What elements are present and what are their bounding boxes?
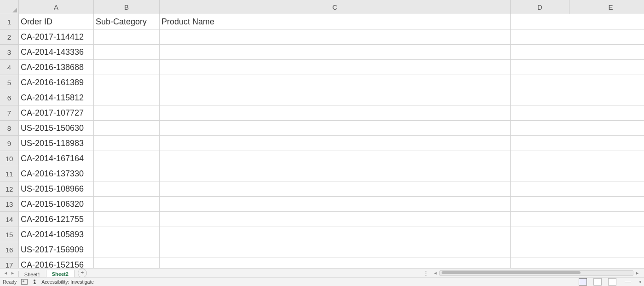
- cell-B2[interactable]: [94, 29, 160, 45]
- cell-A12[interactable]: US-2015-108966: [19, 181, 94, 197]
- scroll-thumb[interactable]: [442, 271, 581, 274]
- tab-prev-icon[interactable]: ◄: [4, 271, 8, 275]
- row-header-12[interactable]: 12: [0, 181, 19, 197]
- row-header-3[interactable]: 3: [0, 45, 19, 60]
- cell-D3[interactable]: [511, 45, 569, 60]
- spreadsheet-grid[interactable]: ABCDE1Order IDSub-CategoryProduct Name2C…: [0, 0, 644, 268]
- view-normal-button[interactable]: [579, 278, 587, 286]
- cell-A3[interactable]: CA-2014-143336: [19, 45, 94, 60]
- cell-B4[interactable]: [94, 60, 160, 75]
- row-header-2[interactable]: 2: [0, 29, 19, 45]
- cell-E5[interactable]: [569, 75, 644, 90]
- row-header-10[interactable]: 10: [0, 151, 19, 166]
- cell-D2[interactable]: [511, 29, 569, 45]
- cell-D15[interactable]: [511, 227, 569, 242]
- cell-A15[interactable]: CA-2014-105893: [19, 227, 94, 242]
- cell-D4[interactable]: [511, 60, 569, 75]
- cell-E1[interactable]: [569, 14, 644, 29]
- cell-D16[interactable]: [511, 242, 569, 257]
- row-header-15[interactable]: 15: [0, 227, 19, 242]
- cell-A16[interactable]: US-2017-156909: [19, 242, 94, 257]
- tab-next-icon[interactable]: ►: [11, 271, 15, 275]
- cell-E7[interactable]: [569, 105, 644, 121]
- cell-D9[interactable]: [511, 136, 569, 151]
- cell-C4[interactable]: [160, 60, 511, 75]
- cell-D5[interactable]: [511, 75, 569, 90]
- row-header-8[interactable]: 8: [0, 121, 19, 136]
- column-header-A[interactable]: A: [19, 0, 94, 14]
- cell-C16[interactable]: [160, 242, 511, 257]
- scroll-right-icon[interactable]: ►: [633, 271, 641, 275]
- cell-C9[interactable]: [160, 136, 511, 151]
- cell-D14[interactable]: [511, 212, 569, 227]
- cell-B3[interactable]: [94, 45, 160, 60]
- cell-A2[interactable]: CA-2017-114412: [19, 29, 94, 45]
- cell-B6[interactable]: [94, 90, 160, 105]
- row-header-13[interactable]: 13: [0, 197, 19, 212]
- cell-C13[interactable]: [160, 197, 511, 212]
- row-header-9[interactable]: 9: [0, 136, 19, 151]
- cell-B10[interactable]: [94, 151, 160, 166]
- cell-A9[interactable]: US-2015-118983: [19, 136, 94, 151]
- cell-D12[interactable]: [511, 181, 569, 197]
- zoom-out-icon[interactable]: [625, 282, 631, 282]
- scroll-left-icon[interactable]: ◄: [431, 271, 439, 275]
- row-header-6[interactable]: 6: [0, 90, 19, 105]
- row-header-1[interactable]: 1: [0, 14, 19, 29]
- row-header-7[interactable]: 7: [0, 105, 19, 121]
- cell-B9[interactable]: [94, 136, 160, 151]
- cell-B14[interactable]: [94, 212, 160, 227]
- cell-C2[interactable]: [160, 29, 511, 45]
- column-header-B[interactable]: B: [94, 0, 160, 14]
- zoom-slider[interactable]: [639, 281, 641, 283]
- cell-A6[interactable]: CA-2014-115812: [19, 90, 94, 105]
- sheet-tab-sheet2[interactable]: Sheet2: [46, 270, 75, 278]
- cell-E11[interactable]: [569, 166, 644, 181]
- cell-E13[interactable]: [569, 197, 644, 212]
- cell-E12[interactable]: [569, 181, 644, 197]
- cell-B7[interactable]: [94, 105, 160, 121]
- cell-D13[interactable]: [511, 197, 569, 212]
- row-header-14[interactable]: 14: [0, 212, 19, 227]
- cell-C1[interactable]: Product Name: [160, 14, 511, 29]
- cell-A11[interactable]: CA-2016-137330: [19, 166, 94, 181]
- cell-C11[interactable]: [160, 166, 511, 181]
- macro-record-icon[interactable]: [21, 279, 28, 285]
- cell-B8[interactable]: [94, 121, 160, 136]
- cell-B12[interactable]: [94, 181, 160, 197]
- cell-E8[interactable]: [569, 121, 644, 136]
- cell-C6[interactable]: [160, 90, 511, 105]
- cell-D7[interactable]: [511, 105, 569, 121]
- cell-D6[interactable]: [511, 90, 569, 105]
- cell-A1[interactable]: Order ID: [19, 14, 94, 29]
- cell-C14[interactable]: [160, 212, 511, 227]
- cell-E15[interactable]: [569, 227, 644, 242]
- cell-C8[interactable]: [160, 121, 511, 136]
- cell-E10[interactable]: [569, 151, 644, 166]
- cell-D11[interactable]: [511, 166, 569, 181]
- cell-E3[interactable]: [569, 45, 644, 60]
- horizontal-scrollbar[interactable]: ⋮ ◄ ►: [420, 268, 644, 278]
- column-header-D[interactable]: D: [511, 0, 569, 14]
- cell-E6[interactable]: [569, 90, 644, 105]
- cell-C7[interactable]: [160, 105, 511, 121]
- column-header-E[interactable]: E: [569, 0, 644, 14]
- scroll-track[interactable]: [439, 270, 633, 276]
- cell-D1[interactable]: [511, 14, 569, 29]
- cell-D10[interactable]: [511, 151, 569, 166]
- add-sheet-button[interactable]: +: [78, 268, 87, 278]
- cell-B5[interactable]: [94, 75, 160, 90]
- cell-E14[interactable]: [569, 212, 644, 227]
- row-header-4[interactable]: 4: [0, 60, 19, 75]
- cell-B11[interactable]: [94, 166, 160, 181]
- cell-B16[interactable]: [94, 242, 160, 257]
- cell-A4[interactable]: CA-2016-138688: [19, 60, 94, 75]
- row-header-16[interactable]: 16: [0, 242, 19, 257]
- select-all-corner[interactable]: [0, 0, 19, 14]
- cell-C5[interactable]: [160, 75, 511, 90]
- cell-C15[interactable]: [160, 227, 511, 242]
- cell-C3[interactable]: [160, 45, 511, 60]
- cell-E4[interactable]: [569, 60, 644, 75]
- row-header-11[interactable]: 11: [0, 166, 19, 181]
- cell-A13[interactable]: CA-2015-106320: [19, 197, 94, 212]
